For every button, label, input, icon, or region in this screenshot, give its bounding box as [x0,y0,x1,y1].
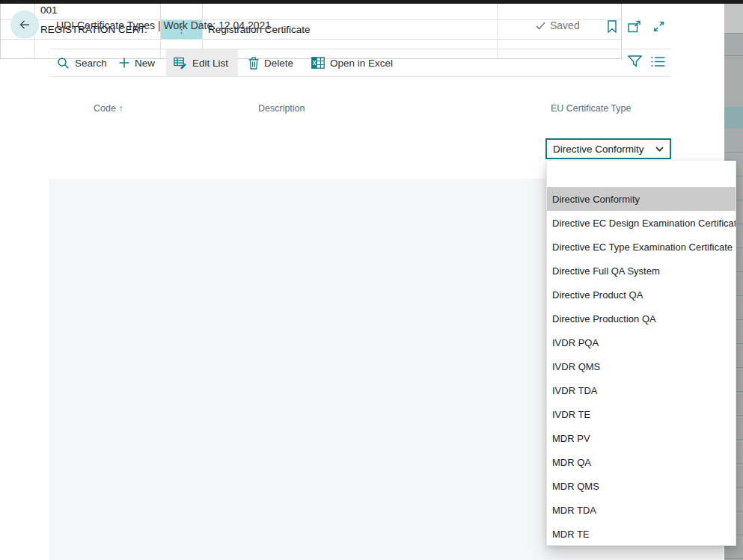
back-button[interactable] [10,10,39,39]
column-header-eu-type-label: EU Certificate Type [551,103,631,114]
row-indicator-cell[interactable] [1,40,35,58]
open-in-new-window-icon[interactable] [627,19,642,34]
sort-ascending-icon: ↑ [118,103,123,114]
dropdown-option[interactable]: IVDR TE [547,402,736,426]
column-header-eu-certificate-type[interactable]: EU Certificate Type [551,103,631,114]
dropdown-option[interactable]: Directive EC Design Examination Certific… [547,211,736,235]
strip-segment [724,34,743,56]
divider [50,76,671,77]
eu-certificate-type-dropdown: Directive Conformity Directive EC Design… [546,161,736,546]
dropdown-option-selected[interactable]: Directive Conformity [547,187,736,211]
search-icon [57,57,70,70]
delete-label: Delete [264,58,293,69]
plus-icon [119,58,129,68]
open-in-excel-label: Open in Excel [330,58,393,69]
page-title: UDI Certificate Types | Work Date: 12.04… [56,19,271,31]
dropdown-option[interactable]: IVDR PQA [547,330,736,354]
chevron-down-icon [655,147,664,152]
filter-icon[interactable] [628,55,643,70]
dropdown-option[interactable]: MDR PV [547,426,736,450]
app-window: UDI Certificate Types | Work Date: 12.04… [0,0,743,560]
new-label: New [135,58,155,69]
trash-icon [248,57,259,70]
dropdown-option[interactable]: Directive Product QA [547,283,736,307]
delete-button[interactable]: Delete [248,49,293,76]
dropdown-option[interactable]: Directive Production QA [547,307,736,330]
column-header-code[interactable]: Code ↑ [94,103,123,114]
strip-selected-row [724,107,743,129]
column-header-code-label: Code [94,103,116,114]
strip-segment [724,4,743,34]
select-value: Directive Conformity [553,144,655,155]
edit-list-icon [174,57,187,69]
dropdown-option[interactable]: MDR QMS [547,474,736,498]
save-status-label: Saved [550,19,580,31]
dropdown-option[interactable]: Directive EC Type Examination Certificat… [547,235,736,259]
search-label: Search [75,58,107,69]
edit-list-label: Edit List [192,58,228,69]
save-status: Saved [536,19,580,31]
eu-certificate-type-select[interactable]: Directive Conformity [545,138,671,159]
column-header-description[interactable]: Description [258,103,305,114]
checkmark-icon [536,22,545,30]
new-button[interactable]: New [119,49,155,76]
dropdown-option[interactable]: MDR TDA [547,498,736,522]
dropdown-option[interactable]: MDR TE [547,522,736,546]
dropdown-option[interactable]: Directive Full QA System [547,259,736,283]
column-header-description-label: Description [258,103,305,114]
dropdown-option[interactable]: IVDR QMS [547,354,736,378]
back-arrow-icon [18,18,31,31]
dropdown-option[interactable]: MDR QA [547,450,736,474]
browser-top-edge [0,0,743,4]
open-in-excel-button[interactable]: Open in Excel [311,49,393,76]
excel-icon [311,57,325,69]
bookmark-icon[interactable] [605,19,620,34]
dropdown-option-blank[interactable] [547,161,736,187]
edit-list-button[interactable]: Edit List [166,49,238,76]
dropdown-option[interactable]: IVDR TDA [547,378,736,402]
search-button[interactable]: Search [57,49,107,76]
expand-icon[interactable] [651,19,666,34]
view-options-icon[interactable] [651,56,666,70]
